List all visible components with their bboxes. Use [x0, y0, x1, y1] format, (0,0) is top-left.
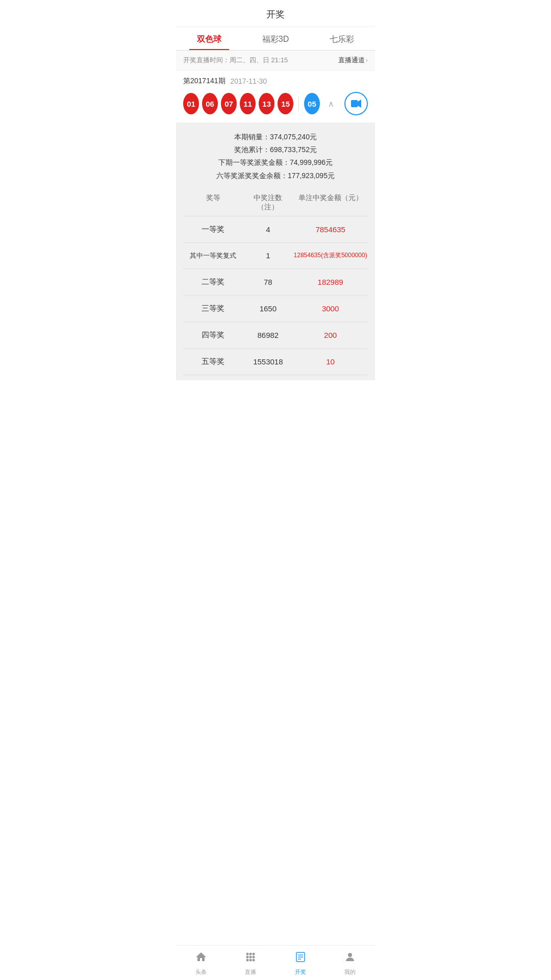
nav-label-live: 直播 — [245, 968, 256, 976]
nav-item-live[interactable]: 直播 — [226, 946, 276, 980]
svg-point-10 — [249, 959, 252, 962]
table-row: 三等奖 1650 3000 — [183, 296, 368, 322]
svg-point-5 — [253, 959, 255, 962]
home-icon — [195, 951, 207, 966]
ball-red-6: 15 — [278, 93, 293, 114]
issue-number: 第2017141期 — [183, 77, 226, 86]
sales-line1: 本期销量：374,075,240元 — [183, 131, 368, 143]
sales-line3: 下期一等奖派奖金额：74,999,996元 — [183, 156, 368, 169]
svg-point-8 — [253, 956, 255, 959]
prize-table: 奖等 中奖注数（注） 单注中奖金额（元） 一等奖 4 7854635 其中一等奖… — [183, 189, 368, 375]
ball-red-5: 13 — [259, 93, 274, 114]
nav-label-mine: 我的 — [344, 968, 356, 976]
ball-red-2: 06 — [202, 93, 218, 114]
svg-point-2 — [246, 953, 249, 955]
table-header: 奖等 中奖注数（注） 单注中奖金额（元） — [183, 189, 368, 216]
svg-point-3 — [253, 953, 255, 955]
details-panel: 本期销量：374,075,240元 奖池累计：698,733,752元 下期一等… — [176, 122, 375, 380]
ball-red-3: 07 — [221, 93, 237, 114]
table-row: 其中一等奖复式 1 12854635(含派奖5000000) — [183, 243, 368, 269]
page-header: 开奖 — [176, 0, 375, 27]
page-title: 开奖 — [266, 9, 285, 19]
svg-point-7 — [246, 956, 249, 959]
nav-item-news[interactable]: 头条 — [176, 946, 226, 980]
issue-bar: 第2017141期 2017-11-30 — [176, 70, 375, 90]
tab-qilecai[interactable]: 七乐彩 — [309, 27, 375, 50]
bottom-nav: 头条 直播 开奖 — [176, 945, 375, 980]
video-icon — [351, 100, 361, 108]
lottery-icon — [294, 951, 307, 966]
col-header-prize: 奖等 — [183, 193, 243, 212]
user-icon — [344, 951, 356, 966]
ball-red-4: 11 — [240, 93, 256, 114]
live-channel-link[interactable]: 直播通道 › — [338, 56, 368, 65]
col-header-count: 中奖注数（注） — [243, 193, 293, 212]
ball-blue-1: 05 — [304, 93, 320, 114]
svg-point-4 — [246, 959, 249, 962]
nav-item-lottery[interactable]: 开奖 — [276, 946, 325, 980]
tab-shuangseqiu[interactable]: 双色球 — [176, 27, 242, 50]
table-row: 五等奖 1553018 10 — [183, 349, 368, 375]
balls-controls: ∧ — [323, 92, 368, 115]
table-row: 二等奖 78 182989 — [183, 269, 368, 296]
svg-point-9 — [249, 953, 252, 955]
nav-label-news: 头条 — [195, 968, 207, 976]
tab-bar: 双色球 福彩3D 七乐彩 — [176, 27, 375, 51]
sales-info: 本期销量：374,075,240元 奖池累计：698,733,752元 下期一等… — [183, 131, 368, 182]
sales-line2: 奖池累计：698,733,752元 — [183, 143, 368, 156]
ball-red-1: 01 — [183, 93, 199, 114]
video-button[interactable] — [344, 92, 368, 115]
ball-separator — [298, 96, 299, 111]
nav-item-mine[interactable]: 我的 — [325, 946, 375, 980]
balls-row: 01 06 07 11 13 15 05 ∧ — [176, 90, 375, 122]
svg-marker-1 — [358, 100, 361, 108]
table-row: 一等奖 4 7854635 — [183, 216, 368, 243]
collapse-button[interactable]: ∧ — [323, 95, 339, 112]
live-bar: 开奖直播时间：周二、四、日 21:15 直播通道 › — [176, 51, 375, 70]
issue-date: 2017-11-30 — [231, 77, 267, 85]
nav-label-lottery: 开奖 — [295, 968, 306, 976]
svg-point-15 — [348, 953, 352, 957]
chevron-right-icon: › — [366, 57, 368, 64]
table-row: 四等奖 86982 200 — [183, 322, 368, 349]
svg-rect-0 — [351, 100, 358, 107]
tab-fucai3d[interactable]: 福彩3D — [242, 27, 309, 50]
col-header-amount: 单注中奖金额（元） — [293, 193, 368, 212]
live-schedule-text: 开奖直播时间：周二、四、日 21:15 — [183, 56, 288, 65]
svg-point-6 — [249, 956, 252, 959]
live-icon — [244, 951, 257, 966]
sales-line4: 六等奖派奖奖金余额：177,923,095元 — [183, 169, 368, 182]
